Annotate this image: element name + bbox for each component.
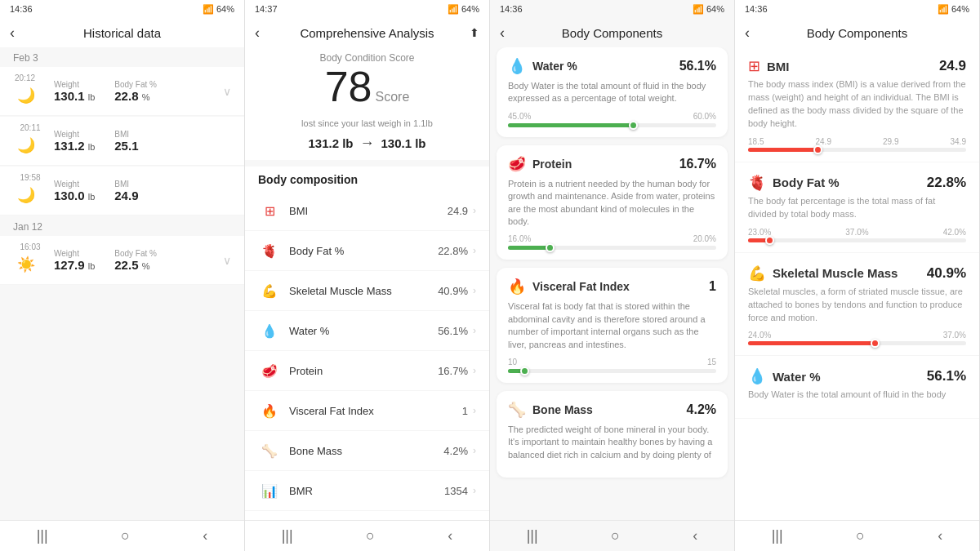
bodyfat-bar (748, 238, 966, 242)
comp-val-bone: 4.2% (443, 445, 468, 457)
detail-skeletal-desc: Skeletal muscles, a form of striated mus… (748, 286, 966, 325)
protein-range: 16.0% 20.0% (508, 234, 716, 250)
status-bar-3: 14:36 📶 64% (490, 0, 734, 18)
nav-menu-2[interactable]: ||| (282, 527, 293, 544)
visceral-card-icon: 🔥 (508, 278, 526, 295)
nav-home-2[interactable]: ○ (366, 527, 375, 544)
bottom-nav-1: ||| ○ ‹ (0, 520, 244, 551)
label-weight-3: Weight (54, 180, 95, 189)
comp-val-water: 56.1% (438, 325, 468, 337)
nav-back-btn-4[interactable]: ‹ (938, 527, 942, 544)
comp-arrow-protein: › (473, 365, 476, 376)
comp-visceral[interactable]: 🔥 Visceral Fat Index 1 › (245, 391, 489, 431)
status-time-4: 14:36 (745, 4, 768, 14)
detail-header-skeletal: 💪 Skeletal Muscle Mass 40.9% (748, 264, 966, 282)
lost-text: lost since your last weigh in 1.1lb (245, 118, 489, 131)
status-time-2: 14:37 (255, 4, 278, 14)
detail-bodyfat-value: 22.8% (927, 175, 966, 191)
val-weight-1: 130.1 lb (54, 89, 95, 103)
nav-home-1[interactable]: ○ (121, 527, 130, 544)
share-button[interactable]: ⬆ (470, 26, 479, 39)
skeletal-tick-2: 37.0% (943, 331, 966, 340)
panel-historical: 14:36 📶 64% ‹ Historical data Feb 3 20:1… (0, 0, 245, 551)
val-fat-4: 22.5 % (114, 258, 157, 272)
val-bmi-2: 25.1 (114, 139, 138, 153)
val-weight-3: 130.0 lb (54, 189, 95, 202)
comp-name-water: Water % (289, 325, 438, 337)
page-title-3: Body Components (562, 26, 662, 40)
nav-header-4: ‹ Body Components (735, 18, 979, 47)
detail-water: 💧 Water % 56.1% Body Water is the total … (735, 358, 979, 419)
comp-val-protein: 16.7% (438, 365, 468, 377)
bmr-icon: 📊 (258, 479, 281, 502)
status-icons-3: 📶 64% (693, 4, 724, 15)
detail-scroll: ⊞ BMI 24.9 The body mass index (BMI) is … (735, 47, 979, 520)
protein-bar (508, 246, 716, 250)
nav-home-3[interactable]: ○ (611, 527, 620, 544)
icon-moon-3: 🌙 (13, 182, 39, 208)
protein-icon: 🥩 (258, 359, 281, 382)
comp-bmr[interactable]: 📊 BMR 1354 › (245, 471, 489, 511)
metrics-4: Weight 127.9 lb Body Fat % 22.5 % (54, 249, 223, 272)
nav-back-btn-1[interactable]: ‹ (203, 527, 207, 544)
date-label-feb3: Feb 3 (0, 47, 244, 67)
weight-to: 130.1 lb (381, 136, 426, 150)
comp-bmi[interactable]: ⊞ BMI 24.9 › (245, 191, 489, 231)
comp-bodyfat[interactable]: 🫀 Body Fat % 22.8% › (245, 231, 489, 271)
comp-skeletal[interactable]: 💪 Skeletal Muscle Mass 40.9% › (245, 271, 489, 311)
comp-water[interactable]: 💧 Water % 56.1% › (245, 311, 489, 351)
comp-val-bodyfat: 22.8% (438, 245, 468, 257)
history-item-1[interactable]: 20:12 🌙 Weight 130.1 lb Body Fat % 22.8 … (0, 67, 244, 116)
water-card-title: Water % (532, 60, 679, 73)
history-item-4[interactable]: 16:03 ☀️ Weight 127.9 lb Body Fat % 22.5… (0, 236, 244, 285)
comp-arrow-skeletal: › (473, 285, 476, 296)
back-button-2[interactable]: ‹ (255, 24, 260, 42)
label-fat-1: Body Fat % (114, 80, 157, 89)
detail-bodyfat-icon: 🫀 (748, 174, 766, 192)
bone-icon: 🦴 (258, 439, 281, 462)
comp-protein[interactable]: 🥩 Protein 16.7% › (245, 351, 489, 391)
water-bar (508, 123, 716, 127)
label-weight-1: Weight (54, 80, 95, 89)
battery-1: 64% (216, 4, 234, 14)
date-label-jan12: Jan 12 (0, 216, 244, 236)
nav-menu-3[interactable]: ||| (527, 527, 538, 544)
detail-bodyfat-desc: The body fat percentage is the total mas… (748, 195, 966, 221)
visceral-card-value: 1 (709, 279, 716, 294)
comp-name-protein: Protein (289, 365, 438, 377)
nav-header-3: ‹ Body Components (490, 18, 734, 47)
battery-4: 64% (951, 4, 969, 14)
skeletal-ticks: 24.0% 37.0% (748, 331, 966, 340)
protein-card-title: Protein (532, 158, 679, 171)
history-item-3[interactable]: 19:58 🌙 Weight 130.0 lb BMI 24.9 (0, 167, 244, 216)
status-time-3: 14:36 (500, 4, 523, 14)
back-button-1[interactable]: ‹ (10, 24, 15, 42)
composition-title: Body composition (245, 167, 489, 191)
back-button-4[interactable]: ‹ (745, 24, 750, 42)
card-header-bone: 🦴 Bone Mass 4.2% (508, 401, 716, 419)
card-header-protein: 🥩 Protein 16.7% (508, 155, 716, 173)
history-item-2[interactable]: 20:11 🌙 Weight 131.2 lb BMI 25.1 (0, 117, 244, 166)
nav-back-btn-3[interactable]: ‹ (693, 527, 697, 544)
card-water: 💧 Water % 56.1% Body Water is the total … (497, 47, 728, 137)
detail-skeletal-value: 40.9% (927, 265, 966, 282)
detail-bmi-value: 24.9 (939, 58, 966, 74)
bodyfat-tick-2: 37.0% (845, 228, 868, 237)
nav-home-4[interactable]: ○ (856, 527, 865, 544)
nav-menu-4[interactable]: ||| (772, 527, 783, 544)
signal-icon-4: 📶 (938, 4, 949, 15)
card-header-visceral: 🔥 Visceral Fat Index 1 (508, 278, 716, 295)
comp-bone[interactable]: 🦴 Bone Mass 4.2% › (245, 431, 489, 471)
nav-menu-1[interactable]: ||| (37, 527, 48, 544)
back-button-3[interactable]: ‹ (500, 24, 505, 42)
comp-arrow-bone: › (473, 445, 476, 456)
nav-back-btn-2[interactable]: ‹ (448, 527, 452, 544)
battery-2: 64% (461, 4, 479, 14)
time-3: 19:58 (20, 173, 40, 182)
comp-arrow-visceral: › (473, 405, 476, 416)
bottom-nav-3: ||| ○ ‹ (490, 520, 734, 551)
water-high: 60.0% (693, 112, 716, 121)
panel-body-components-1: 14:36 📶 64% ‹ Body Components 💧 Water % … (490, 0, 735, 551)
label-bmi-2: BMI (114, 130, 138, 139)
water-card-desc: Body Water is the total amount of fluid … (508, 80, 716, 105)
